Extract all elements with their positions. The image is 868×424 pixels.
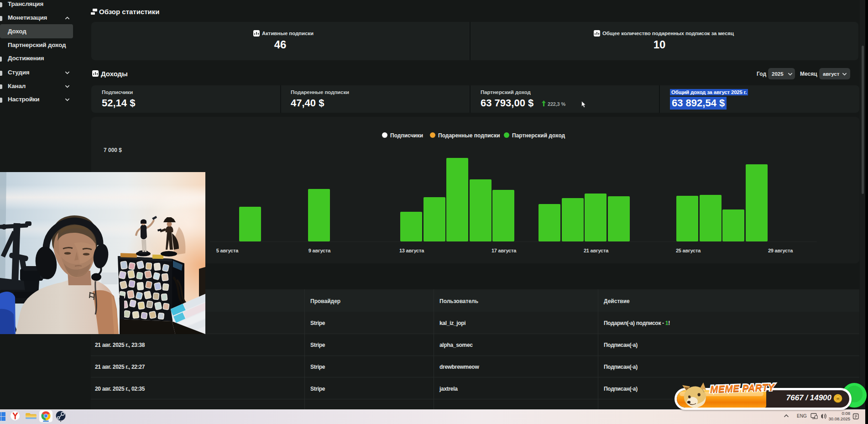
- svg-text:M: M: [837, 397, 840, 401]
- svg-text:30.08.2025: 30.08.2025: [828, 416, 850, 421]
